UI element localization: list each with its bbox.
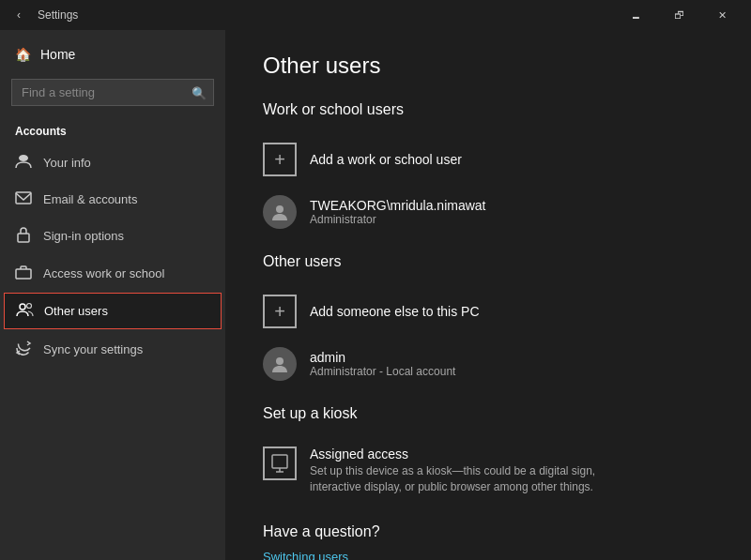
- search-input[interactable]: [11, 79, 214, 106]
- sidebar-item-other-users-label: Other users: [44, 304, 108, 318]
- kiosk-section-title: Set up a kiosk: [263, 405, 713, 422]
- lock-icon: [15, 226, 32, 246]
- svg-rect-8: [272, 455, 287, 468]
- sidebar-item-email-label: Email & accounts: [43, 192, 137, 206]
- add-other-user-icon: +: [263, 295, 297, 328]
- sidebar-item-your-info[interactable]: Your info: [0, 144, 225, 182]
- work-user-avatar: [263, 195, 297, 229]
- svg-point-7: [276, 357, 284, 365]
- sidebar-item-sync-label: Sync your settings: [43, 342, 143, 356]
- sidebar-search-container: 🔍: [11, 79, 214, 106]
- kiosk-name: Assigned access: [310, 446, 610, 462]
- maximize-button[interactable]: 🗗: [657, 0, 700, 30]
- sidebar-section-accounts: Accounts: [0, 114, 225, 144]
- add-work-user-icon: +: [263, 143, 297, 176]
- svg-rect-2: [18, 234, 29, 242]
- work-user-role: Administrator: [310, 213, 485, 226]
- other-user-row[interactable]: admin Administrator - Local account: [263, 338, 713, 390]
- home-icon: 🏠: [15, 47, 31, 62]
- kiosk-icon: [263, 446, 297, 480]
- close-button[interactable]: ✕: [700, 0, 743, 30]
- work-user-name: TWEAKORG\mridula.nimawat: [310, 198, 485, 213]
- sidebar-item-other-users[interactable]: Other users: [4, 293, 222, 329]
- main-content: Other users Work or school users + Add a…: [225, 30, 751, 560]
- other-user-info: admin Administrator - Local account: [310, 350, 455, 378]
- add-work-user-label: Add a work or school user: [310, 152, 462, 167]
- sync-icon: [15, 340, 32, 359]
- app-body: 🏠 Home 🔍 Accounts Your info Email & acco…: [0, 30, 751, 560]
- other-user-avatar: [263, 347, 297, 381]
- sidebar-item-sign-in[interactable]: Sign-in options: [0, 217, 225, 255]
- kiosk-desc: Set up this device as a kiosk—this could…: [310, 463, 610, 495]
- sidebar-item-your-info-label: Your info: [43, 156, 91, 170]
- search-icon: 🔍: [192, 85, 207, 99]
- question-title: Have a question?: [263, 523, 713, 540]
- kiosk-row[interactable]: Assigned access Set up this device as a …: [263, 437, 713, 505]
- other-users-section-title: Other users: [263, 253, 713, 270]
- sidebar-item-sync[interactable]: Sync your settings: [0, 330, 225, 369]
- sidebar-item-email-accounts[interactable]: Email & accounts: [0, 182, 225, 217]
- minimize-button[interactable]: 🗕: [614, 0, 657, 30]
- svg-rect-1: [16, 192, 31, 204]
- svg-rect-3: [16, 269, 31, 279]
- other-user-role: Administrator - Local account: [310, 365, 455, 378]
- email-icon: [15, 191, 32, 207]
- work-user-row[interactable]: TWEAKORG\mridula.nimawat Administrator: [263, 186, 713, 238]
- sidebar-item-access-work[interactable]: Access work or school: [0, 255, 225, 292]
- sidebar-home-label: Home: [40, 47, 75, 62]
- briefcase-icon: [15, 265, 32, 282]
- titlebar: ‹ Settings 🗕 🗗 ✕: [0, 0, 751, 30]
- page-title: Other users: [263, 53, 713, 79]
- svg-point-5: [27, 304, 32, 309]
- work-school-section-title: Work or school users: [263, 101, 713, 118]
- add-other-user-row[interactable]: + Add someone else to this PC: [263, 285, 713, 338]
- titlebar-title: Settings: [38, 8, 614, 22]
- sidebar-item-home[interactable]: 🏠 Home: [0, 38, 225, 71]
- window-controls: 🗕 🗗 ✕: [614, 0, 743, 30]
- other-user-name: admin: [310, 350, 455, 365]
- back-button[interactable]: ‹: [8, 4, 30, 26]
- sidebar: 🏠 Home 🔍 Accounts Your info Email & acco…: [0, 30, 225, 560]
- add-work-user-row[interactable]: + Add a work or school user: [263, 133, 713, 186]
- link-switching-users[interactable]: Switching users: [263, 550, 713, 560]
- users-icon: [16, 302, 33, 320]
- work-user-info: TWEAKORG\mridula.nimawat Administrator: [310, 198, 485, 226]
- svg-rect-0: [19, 155, 28, 161]
- svg-point-4: [20, 304, 25, 310]
- person-icon: [15, 153, 32, 173]
- svg-point-6: [276, 205, 284, 213]
- sidebar-item-access-work-label: Access work or school: [43, 266, 164, 280]
- sidebar-item-sign-in-label: Sign-in options: [43, 229, 124, 243]
- add-other-user-label: Add someone else to this PC: [310, 304, 480, 319]
- kiosk-info: Assigned access Set up this device as a …: [310, 446, 610, 495]
